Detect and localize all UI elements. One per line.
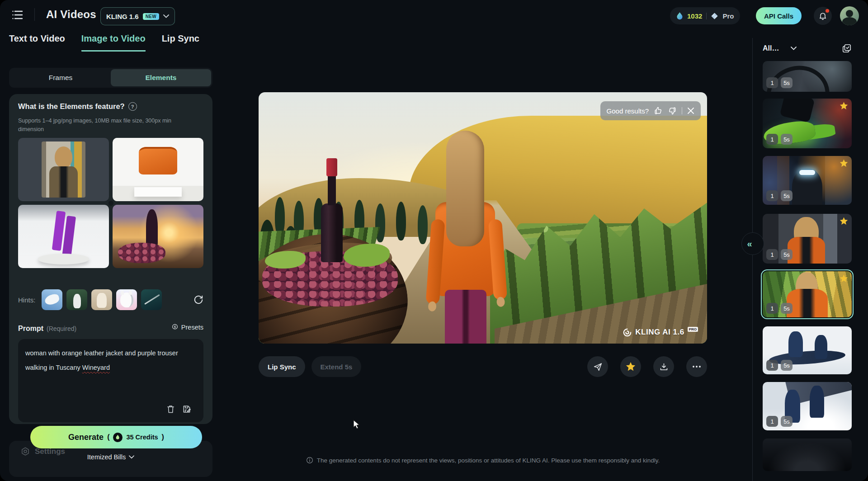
download-button[interactable] (653, 356, 674, 377)
hint-cartoon-cat[interactable] (116, 289, 137, 310)
flame-credit-icon (113, 433, 123, 442)
itemized-bills-toggle[interactable]: Itemized Bills (9, 453, 212, 461)
tiles-center-dot (108, 201, 113, 206)
feedback-toolbar: Good results? (600, 101, 701, 120)
woman-figure (433, 131, 500, 344)
presets-bulb-icon (171, 324, 179, 331)
paren-open: ( (107, 433, 109, 441)
thumbs-up-icon[interactable] (654, 106, 663, 115)
history-item-dark-hat[interactable] (763, 439, 852, 471)
menu-icon[interactable] (11, 9, 24, 21)
presets-label: Presets (181, 324, 203, 331)
toggle-elements[interactable]: Elements (111, 69, 211, 86)
hint-sword[interactable] (141, 289, 162, 310)
blonde-hair (446, 131, 484, 246)
page-title: AI Videos (46, 8, 96, 21)
pill-separator (706, 13, 707, 19)
extend-5s-button[interactable]: Extend 5s (311, 356, 362, 377)
help-icon[interactable]: ? (128, 102, 137, 111)
history-item-vineyard-selected[interactable]: 15s (763, 271, 852, 317)
history-filter-dropdown[interactable]: All… (763, 44, 797, 52)
hints-row: Hints: (18, 289, 203, 310)
star-icon (840, 217, 848, 225)
main-tabs: Text to Video Image to Video Lip Sync (9, 33, 199, 52)
avatar[interactable] (840, 6, 859, 25)
frames-elements-toggle: Frames Elements (9, 68, 212, 88)
chevron-down-icon (791, 47, 797, 50)
prompt-misspelled-word: Wineyard (82, 364, 110, 371)
more-options-button[interactable] (686, 356, 707, 377)
history-item-airplane-women[interactable]: 15s (763, 382, 852, 430)
history-item-surfboard-women[interactable]: 15s (763, 326, 852, 374)
history-item-city-woman[interactable]: 15s (763, 214, 852, 264)
close-feedback-icon[interactable] (687, 107, 694, 114)
feedback-separator (682, 107, 682, 114)
info-icon (306, 457, 313, 464)
multi-select-icon[interactable] (842, 43, 852, 53)
refresh-hints-icon[interactable] (193, 295, 203, 305)
element-image-purple-trousers[interactable] (18, 205, 109, 268)
element-image-woman-portrait[interactable] (18, 138, 109, 201)
clear-prompt-icon[interactable] (166, 405, 175, 414)
credits-count: 1032 (687, 12, 702, 20)
mouse-cursor (353, 420, 363, 430)
chevron-down-icon (129, 455, 134, 459)
chevron-down-icon (163, 14, 169, 18)
tab-text-to-video[interactable]: Text to Video (9, 33, 65, 52)
generate-label: Generate (68, 433, 104, 442)
double-chevron-left-icon: « (747, 239, 752, 249)
watermark-pro-badge: PRO (688, 327, 698, 332)
history-header: All… (763, 43, 852, 53)
new-badge: NEW (143, 13, 159, 20)
wine-bottle (321, 203, 343, 262)
thumbs-down-icon[interactable] (668, 106, 677, 115)
tab-image-to-video[interactable]: Image to Video (81, 33, 146, 52)
save-prompt-icon[interactable] (182, 405, 191, 414)
element-image-vineyard-sunset[interactable] (113, 205, 203, 268)
share-button[interactable] (587, 356, 608, 377)
bell-icon (818, 11, 827, 20)
water-drop-icon (676, 12, 683, 20)
history-item-neon-sneakers[interactable]: 15s (763, 99, 852, 148)
disclaimer-text: The generated contents do not represent … (317, 457, 660, 464)
star-icon (840, 274, 848, 283)
history-item-car-interior[interactable]: 15s (763, 61, 852, 92)
element-image-orange-jacket[interactable] (113, 138, 203, 201)
notifications-button[interactable] (814, 7, 832, 25)
kling-app-window: AI Videos KLING 1.6 NEW 1032 Pro API Cal… (0, 0, 868, 481)
paren-close: ) (162, 433, 164, 441)
header-divider (34, 8, 35, 21)
generate-cost: 35 Credits (126, 434, 158, 441)
generate-button[interactable]: Generate ( 35 Credits ) (30, 426, 202, 448)
hints-label: Hints: (18, 296, 35, 304)
elements-info-title: What is the Elements feature? (18, 102, 125, 111)
prompt-header: Prompt (Required) Presets (18, 324, 203, 333)
hint-beige-woman[interactable] (91, 289, 112, 310)
credits-plan-pill[interactable]: 1032 Pro (670, 7, 740, 24)
video-controls: Lip Sync Extend 5s (259, 356, 707, 377)
tab-lip-sync[interactable]: Lip Sync (162, 33, 199, 52)
api-calls-button[interactable]: API Calls (756, 7, 802, 24)
star-icon (840, 102, 848, 110)
elements-info-subtitle: Supports 1–4 jpg/png images, 10MB max fi… (18, 117, 192, 134)
history-item-vr-neon-street[interactable]: 15s (763, 156, 852, 205)
plan-label: Pro (722, 12, 734, 20)
watermark-text: KLING AI 1.6 (635, 328, 684, 337)
cypress-trees (275, 197, 285, 236)
model-selector[interactable]: KLING 1.6 NEW (100, 7, 175, 25)
toggle-frames[interactable]: Frames (10, 69, 111, 86)
hint-forest-woman[interactable] (66, 289, 87, 310)
diamond-icon (711, 12, 718, 20)
watermark: KLING AI 1.6 PRO (623, 328, 698, 337)
presets-button[interactable]: Presets (171, 324, 203, 331)
collapse-sidebar-handle[interactable]: « (741, 232, 764, 255)
prompt-label: Prompt (18, 325, 43, 333)
lip-sync-button[interactable]: Lip Sync (259, 356, 305, 377)
prompt-required-label: (Required) (47, 325, 76, 332)
notification-dot (826, 9, 829, 13)
purple-trousers (445, 290, 486, 344)
favorite-button[interactable] (620, 356, 641, 377)
video-player[interactable]: Good results? KLING AI 1.6 PRO (259, 92, 707, 344)
hint-pegasus[interactable] (42, 289, 62, 310)
disclaimer: The generated contents do not represent … (259, 457, 707, 464)
